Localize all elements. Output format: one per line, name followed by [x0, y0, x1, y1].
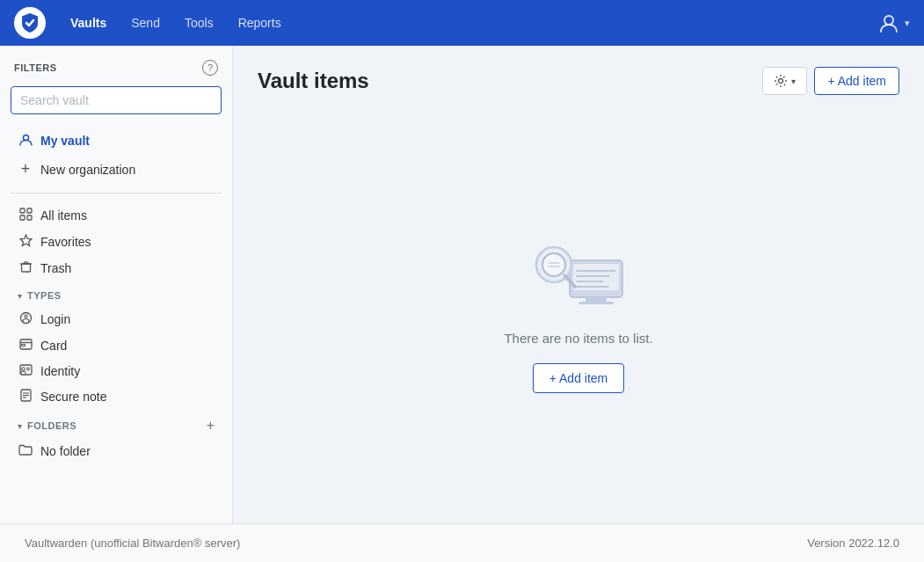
divider-1: [11, 193, 222, 193]
help-icon[interactable]: ?: [202, 60, 218, 76]
sidebar-item-card[interactable]: Card: [11, 332, 222, 358]
svg-rect-4: [27, 208, 32, 213]
settings-dropdown-arrow: ▾: [791, 77, 796, 86]
settings-button[interactable]: ▾: [762, 67, 807, 95]
vault-section: My vault + New organization: [11, 127, 222, 184]
add-folder-button[interactable]: +: [207, 419, 215, 433]
header-actions: ▾ + Add item: [762, 67, 899, 95]
login-icon: [18, 311, 33, 327]
nav-send[interactable]: Send: [120, 11, 171, 35]
folder-icon: [18, 443, 33, 458]
card-label: Card: [40, 339, 67, 353]
trash-icon: [18, 260, 33, 276]
user-menu[interactable]: ▾: [877, 11, 910, 35]
top-navigation: Vaults Send Tools Reports ▾: [0, 0, 924, 46]
no-folder-label: No folder: [40, 444, 91, 458]
card-icon: [18, 338, 33, 353]
svg-point-19: [21, 368, 25, 371]
svg-rect-3: [20, 208, 25, 213]
secure-note-label: Secure note: [40, 390, 107, 404]
svg-rect-17: [21, 345, 25, 347]
svg-point-26: [779, 79, 783, 84]
user-circle-icon: [18, 132, 33, 150]
empty-state: There are no items to list. + Add item: [258, 116, 899, 502]
nav-vaults[interactable]: Vaults: [60, 11, 117, 35]
empty-message: There are no items to list.: [504, 331, 652, 346]
all-items-label: All items: [40, 208, 87, 223]
sidebar-header: FILTERS ?: [11, 60, 222, 76]
star-icon: [18, 234, 33, 250]
svg-point-36: [542, 253, 565, 276]
types-items: Login Card: [11, 306, 222, 410]
sidebar-item-all-items[interactable]: All items: [11, 202, 222, 229]
main-layout: FILTERS ? My vault + New organization: [0, 46, 924, 523]
sidebar-item-identity[interactable]: Identity: [11, 358, 222, 383]
folders-items: No folder: [11, 438, 222, 463]
grid-icon: [18, 208, 33, 223]
sidebar-item-trash[interactable]: Trash: [11, 255, 222, 281]
nav-tools[interactable]: Tools: [174, 11, 224, 35]
sidebar-item-secure-note[interactable]: Secure note: [11, 383, 222, 410]
sidebar-item-my-vault[interactable]: My vault: [11, 127, 222, 155]
sidebar-item-new-org[interactable]: + New organization: [11, 155, 222, 184]
sidebar-item-login[interactable]: Login: [11, 306, 222, 332]
types-label: TYPES: [27, 290, 62, 301]
secure-note-icon: [18, 389, 33, 405]
svg-point-1: [884, 16, 893, 25]
my-vault-label: My vault: [40, 134, 90, 148]
sidebar: FILTERS ? My vault + New organization: [0, 46, 233, 523]
types-toggle[interactable]: ▾ TYPES: [18, 290, 62, 301]
filter-section: All items Favorites: [11, 202, 222, 281]
svg-rect-8: [21, 264, 30, 272]
favorites-label: Favorites: [40, 235, 91, 249]
search-input[interactable]: [11, 86, 222, 114]
sidebar-title: FILTERS: [14, 62, 57, 73]
svg-rect-29: [586, 297, 607, 302]
identity-label: Identity: [40, 364, 80, 378]
svg-point-2: [23, 135, 28, 141]
svg-rect-5: [20, 215, 25, 220]
svg-rect-6: [27, 215, 32, 220]
svg-point-14: [25, 315, 27, 317]
gear-icon: [774, 74, 788, 88]
folders-toggle[interactable]: ▾ FOLDERS: [18, 420, 76, 431]
footer-right: Version 2022.12.0: [807, 536, 899, 550]
folders-chevron: ▾: [18, 421, 22, 431]
footer: Vaultwarden (unofficial Bitwarden® serve…: [0, 523, 924, 562]
identity-icon: [18, 363, 33, 378]
new-org-label: New organization: [40, 163, 135, 177]
types-chevron: ▾: [18, 291, 22, 301]
folders-label: FOLDERS: [27, 420, 76, 431]
nav-reports[interactable]: Reports: [228, 11, 292, 35]
add-item-button[interactable]: + Add item: [814, 67, 899, 95]
svg-rect-30: [578, 302, 614, 304]
content-header: Vault items ▾ + Add item: [258, 67, 899, 95]
content-area: Vault items ▾ + Add item: [233, 46, 924, 523]
svg-marker-7: [20, 235, 32, 246]
nav-links: Vaults Send Tools Reports: [60, 11, 877, 35]
page-title: Vault items: [258, 69, 369, 93]
trash-label: Trash: [40, 261, 71, 275]
empty-illustration: [526, 225, 631, 313]
user-icon: [877, 11, 901, 35]
footer-left: Vaultwarden (unofficial Bitwarden® serve…: [25, 536, 240, 550]
app-logo: [14, 7, 46, 39]
types-section-header: ▾ TYPES: [11, 287, 222, 304]
folders-section-header: ▾ FOLDERS +: [11, 415, 222, 436]
plus-icon: +: [18, 160, 33, 179]
login-label: Login: [40, 312, 70, 326]
user-menu-chevron: ▾: [905, 18, 910, 29]
add-item-inline-button[interactable]: + Add item: [533, 363, 625, 393]
sidebar-item-no-folder[interactable]: No folder: [11, 438, 222, 463]
sidebar-item-favorites[interactable]: Favorites: [11, 229, 222, 255]
